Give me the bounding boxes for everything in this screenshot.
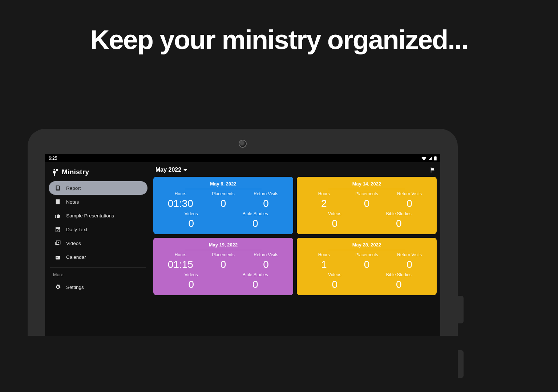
metric-label-videos: Videos [303, 272, 367, 277]
metric-label-videos: Videos [303, 211, 367, 216]
sidebar-divider [50, 268, 146, 268]
sidebar-item-videos[interactable]: Videos [49, 236, 147, 250]
sidebar-item-label: Daily Text [66, 227, 87, 232]
tablet-side-button [458, 350, 464, 378]
sidebar-item-calendar[interactable]: Calendar [49, 250, 147, 264]
sidebar-item-label: Calendar [66, 254, 86, 260]
chevron-down-icon [183, 169, 187, 171]
wifi-icon [421, 156, 426, 160]
metric-videos: 0 [303, 278, 367, 291]
metric-label-hours: Hours [303, 191, 345, 196]
sidebar-item-label: Videos [66, 241, 81, 246]
svg-rect-8 [56, 255, 60, 256]
metric-label-return-visits: Return Visits [244, 252, 287, 257]
sidebar-item-notes[interactable]: Notes [49, 195, 147, 209]
metric-label-bible-studies: Bible Studies [367, 272, 431, 277]
report-grid: May 6, 2022 Hours01:30 Placements0 Retur… [153, 177, 437, 295]
battery-icon [434, 156, 437, 160]
sidebar-item-label: Report [66, 185, 81, 191]
metric-placements: 0 [345, 197, 388, 210]
status-time: 6:25 [49, 156, 57, 161]
metric-label-videos: Videos [159, 211, 223, 216]
headline: Keep your ministry organized... [0, 0, 558, 57]
topbar: May 2022 [153, 165, 437, 177]
calendar-icon [54, 254, 61, 260]
sidebar-more-label: More [49, 270, 147, 280]
svg-rect-3 [56, 169, 58, 171]
tablet-side-button [458, 296, 464, 323]
card-date: May 6, 2022 [185, 181, 262, 189]
svg-rect-9 [57, 257, 58, 258]
book-icon [54, 185, 61, 191]
card-date: May 19, 2022 [185, 242, 262, 250]
calendar-check-icon [54, 226, 61, 233]
metric-bible-studies: 0 [223, 217, 288, 230]
status-bar: 6:25 [45, 154, 440, 162]
tablet-screen: 6:25 Ministry [45, 154, 440, 336]
signal-icon [428, 156, 432, 160]
metric-placements: 0 [202, 197, 245, 210]
metric-hours: 2 [303, 197, 345, 210]
month-picker[interactable]: May 2022 [155, 167, 187, 173]
metric-label-hours: Hours [159, 252, 202, 257]
metric-label-hours: Hours [159, 191, 202, 196]
metric-return-visits: 0 [244, 197, 287, 210]
flag-icon[interactable] [429, 167, 436, 173]
metric-return-visits: 0 [244, 258, 287, 271]
metric-label-bible-studies: Bible Studies [223, 272, 288, 277]
metric-label-hours: Hours [303, 252, 345, 257]
metric-label-return-visits: Return Visits [388, 252, 431, 257]
metric-label-placements: Placements [345, 252, 388, 257]
metric-hours: 01:30 [159, 197, 202, 210]
metric-return-visits: 0 [388, 197, 431, 210]
metric-placements: 0 [202, 258, 245, 271]
metric-bible-studies: 0 [367, 217, 431, 230]
app-brand: Ministry [49, 166, 147, 181]
report-card[interactable]: May 19, 2022 Hours01:15 Placements0 Retu… [153, 238, 293, 295]
metric-label-return-visits: Return Visits [388, 191, 431, 196]
app-title: Ministry [62, 168, 89, 176]
note-icon [54, 199, 61, 205]
sidebar-item-sample-presentations[interactable]: Sample Presentations [49, 209, 147, 222]
metric-label-return-visits: Return Visits [244, 191, 287, 196]
metric-label-placements: Placements [202, 252, 245, 257]
metric-hours: 01:15 [159, 258, 202, 271]
metric-bible-studies: 0 [223, 278, 288, 291]
sidebar-item-label: Notes [66, 199, 79, 205]
card-date: May 14, 2022 [328, 181, 405, 189]
metric-label-bible-studies: Bible Studies [223, 211, 288, 216]
sidebar-item-settings[interactable]: Settings [49, 280, 147, 294]
metric-bible-studies: 0 [367, 278, 431, 291]
metric-label-bible-studies: Bible Studies [367, 211, 431, 216]
report-card[interactable]: May 14, 2022 Hours2 Placements0 Return V… [297, 177, 437, 234]
svg-rect-0 [434, 157, 437, 161]
metric-label-placements: Placements [202, 191, 245, 196]
metric-hours: 1 [303, 258, 345, 271]
metric-videos: 0 [159, 217, 223, 230]
metric-videos: 0 [159, 278, 223, 291]
app-body: Ministry Report Notes [45, 162, 440, 336]
month-label: May 2022 [155, 167, 181, 173]
sidebar-item-report[interactable]: Report [49, 181, 147, 195]
sidebar: Ministry Report Notes [45, 162, 151, 336]
sidebar-item-label: Settings [66, 285, 84, 290]
metric-placements: 0 [345, 258, 388, 271]
report-card[interactable]: May 28, 2022 Hours1 Placements0 Return V… [297, 238, 437, 295]
tablet-frame: 6:25 Ministry [28, 129, 458, 336]
play-stack-icon [54, 240, 61, 246]
ministry-person-icon [52, 168, 58, 176]
gear-icon [54, 284, 61, 290]
metric-label-placements: Placements [345, 191, 388, 196]
svg-rect-1 [435, 156, 436, 157]
card-date: May 28, 2022 [328, 242, 405, 250]
thumbs-up-icon [54, 212, 61, 219]
main-area: May 2022 May 6, 2022 Hours01:30 Placemen… [151, 162, 440, 336]
report-card[interactable]: May 6, 2022 Hours01:30 Placements0 Retur… [153, 177, 293, 234]
metric-return-visits: 0 [388, 258, 431, 271]
sidebar-item-daily-text[interactable]: Daily Text [49, 222, 147, 236]
status-icons [421, 156, 437, 160]
sidebar-item-label: Sample Presentations [66, 213, 114, 219]
svg-point-2 [53, 169, 55, 170]
metric-videos: 0 [303, 217, 367, 230]
metric-label-videos: Videos [159, 272, 223, 277]
